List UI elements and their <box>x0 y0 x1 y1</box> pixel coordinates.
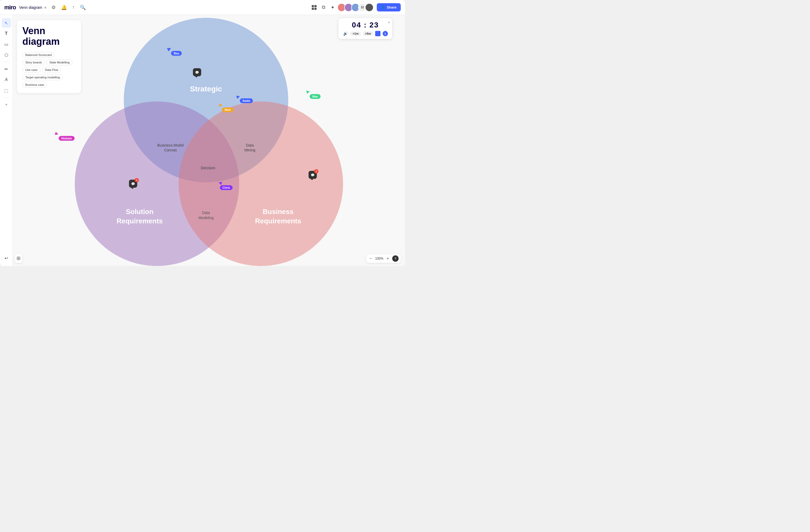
tag-list: Balanced Scorecard Story boards State Mo… <box>22 52 76 88</box>
zoom-in-button[interactable]: + <box>386 256 390 261</box>
comment-bubble-1[interactable]: 💬 <box>193 68 201 76</box>
svg-text:Requirements: Requirements <box>255 217 301 225</box>
zoom-toolbar: − 100% + ? <box>366 254 401 263</box>
notifications-icon[interactable]: 🔔 <box>60 3 68 12</box>
timer-plus5-button[interactable]: +5m <box>363 31 373 36</box>
settings-icon[interactable]: ⚙ <box>50 3 57 12</box>
shapes-tool[interactable]: ⬡ <box>2 50 11 60</box>
timer-sound-icon[interactable]: 🔊 <box>343 31 348 36</box>
svg-text:Data: Data <box>246 143 254 147</box>
zoom-level: 100% <box>374 257 385 260</box>
avatar-self <box>365 3 374 12</box>
left-toolbar: ↖ T ▭ ⬡ ✏ A ⬚ » ↩ <box>0 15 13 266</box>
filter-icon[interactable]: ⧉ <box>321 3 326 11</box>
tag-balanced-scorecard[interactable]: Balanced Scorecard <box>22 52 54 58</box>
svg-text:Mining: Mining <box>244 148 255 152</box>
miro-logo: miro <box>4 4 16 11</box>
svg-text:Modeling: Modeling <box>198 216 214 220</box>
business-circle <box>179 101 343 266</box>
header: miro Venn diagram ★ ⚙ 🔔 ↑ 🔍 ⧉ ✦ <box>0 0 405 15</box>
tag-business-case[interactable]: Business case <box>22 82 47 88</box>
panel-toggle-button[interactable]: ⊞ <box>15 254 22 263</box>
share-button[interactable]: 👤 Share <box>377 3 401 12</box>
timer-stop-button[interactable] <box>375 31 380 36</box>
document-title[interactable]: Venn diagram ★ <box>19 5 47 10</box>
favorite-icon[interactable]: ★ <box>44 5 47 10</box>
tag-data-flow[interactable]: Data Flow <box>42 67 61 73</box>
svg-text:Requirements: Requirements <box>117 217 163 225</box>
header-actions: ⧉ ✦ 12 👤 Share <box>311 3 401 12</box>
tag-story-boards[interactable]: Story boards <box>22 60 45 65</box>
frame-tool[interactable]: ⬚ <box>2 85 11 95</box>
main-area: ↖ T ▭ ⬡ ✏ A ⬚ » ↩ Strateg <box>0 15 405 266</box>
pen-tool[interactable]: ✏ <box>2 64 11 74</box>
venn-diagram: Strategic Solution Requirements Business… <box>13 15 405 266</box>
tag-state-modelling[interactable]: State Modelling <box>46 60 72 65</box>
search-icon[interactable]: 🔍 <box>79 3 87 12</box>
sidebar-panel: Venndiagram Balanced Scorecard Story boa… <box>17 20 81 93</box>
svg-text:Solution: Solution <box>126 208 153 216</box>
collaborator-avatars: 12 <box>339 3 374 12</box>
comment-bubble-2[interactable]: 💬 3 <box>129 180 137 188</box>
tag-use-case[interactable]: Use case <box>22 67 40 73</box>
timer-display: 04 : 23 <box>343 21 388 29</box>
sticky-note-tool[interactable]: ▭ <box>2 39 11 49</box>
confetti-icon[interactable]: ✦ <box>329 3 336 12</box>
timer-controls: 🔊 +1m +5m ⏸ <box>343 31 388 36</box>
svg-text:Data: Data <box>202 211 210 215</box>
diagram-title: Venndiagram <box>22 26 76 47</box>
zoom-out-button[interactable]: − <box>369 256 373 261</box>
timer-pause-button[interactable]: ⏸ <box>383 31 388 36</box>
svg-text:Strategic: Strategic <box>190 85 222 93</box>
cursor-tool[interactable]: ↖ <box>2 18 11 28</box>
svg-text:Business Model: Business Model <box>157 143 183 147</box>
timer-widget: × 04 : 23 🔊 +1m +5m ⏸ <box>338 18 392 39</box>
svg-text:Decision: Decision <box>201 166 215 170</box>
comment-bubble-3[interactable]: 💬 3 <box>309 171 317 179</box>
timer-close-button[interactable]: × <box>388 20 390 25</box>
share-export-icon[interactable]: ↑ <box>71 3 76 11</box>
timer-plus1-button[interactable]: +1m <box>351 31 360 36</box>
apps-icon[interactable] <box>311 4 318 11</box>
text-tool-2[interactable]: A <box>2 75 11 84</box>
tag-target-operating[interactable]: Target operating modelling <box>22 74 63 80</box>
canvas-area[interactable]: Strategic Solution Requirements Business… <box>13 15 405 266</box>
more-tools[interactable]: » <box>2 100 11 109</box>
undo-tool[interactable]: ↩ <box>2 253 11 263</box>
text-tool[interactable]: T <box>2 29 11 38</box>
svg-text:Business: Business <box>263 208 293 216</box>
svg-text:Canvas: Canvas <box>164 148 177 152</box>
help-button[interactable]: ? <box>392 255 399 262</box>
